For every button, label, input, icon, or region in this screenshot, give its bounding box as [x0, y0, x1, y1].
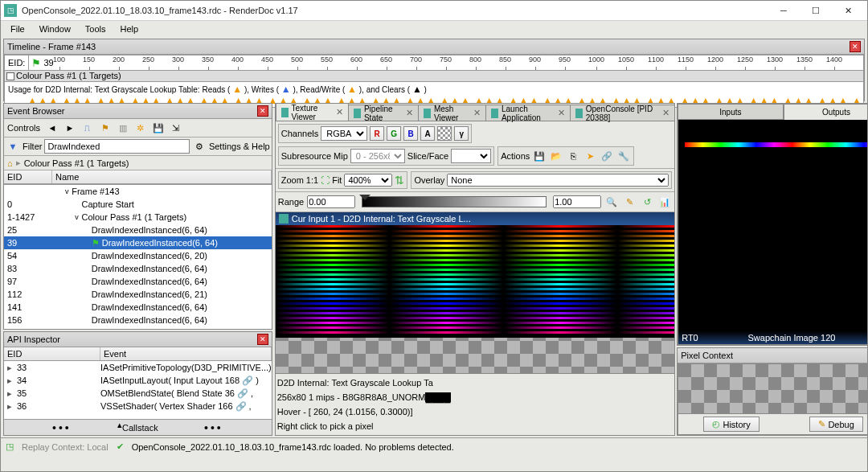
slice-select[interactable]	[451, 149, 491, 163]
reset-range-icon[interactable]: ↺	[640, 195, 654, 209]
title-bar: ◳ OpenConsole_2022.01.10_18.03.10_frame1…	[1, 1, 867, 21]
export-icon[interactable]: ⇲	[169, 121, 183, 135]
settings-help-label[interactable]: Settings & Help	[209, 142, 270, 151]
breadcrumb[interactable]: Colour Pass #1 (1 Targets)	[24, 158, 129, 168]
table-row[interactable]: 25 DrawIndexedInstanced(6, 64)	[4, 224, 272, 236]
histogram-icon[interactable]: 📊	[657, 195, 672, 209]
zoom-range-icon[interactable]: 🔍	[604, 195, 619, 209]
menu-help[interactable]: Help	[114, 23, 145, 35]
tab-pipeline-state[interactable]: Pipeline State✕	[348, 105, 419, 121]
save-icon[interactable]: 💾	[151, 121, 166, 135]
api-close-icon[interactable]: ✕	[257, 334, 268, 345]
range-max-input[interactable]	[553, 195, 601, 208]
copy-icon[interactable]: ⎘	[566, 149, 580, 163]
overlay-select[interactable]: None	[447, 174, 669, 187]
gear-icon[interactable]: ✲	[133, 121, 148, 135]
debug-button[interactable]: ✎Debug	[809, 417, 862, 432]
mip-label: Mip	[334, 151, 348, 161]
timeline-ruler[interactable]: EID: ⚑ 39 100150200250300350400450500550…	[4, 55, 864, 71]
timeline-icon[interactable]: ⎍	[80, 121, 95, 135]
event-browser-close-icon[interactable]: ✕	[257, 105, 268, 117]
swapchain-label: Swapchain Image 120	[698, 333, 868, 343]
slice-label: Slice/Face	[407, 151, 448, 161]
pixel-context-view[interactable]	[678, 363, 868, 414]
timeline-title: Timeline - Frame #143	[7, 42, 96, 51]
prev-icon[interactable]: ◄	[45, 121, 59, 135]
mip-select[interactable]: 0 - 256x80	[350, 149, 405, 163]
link-icon[interactable]: 🔗	[600, 149, 614, 163]
tab-openconsole-pid-[interactable]: OpenConsole [PID 20388]✕	[570, 105, 676, 121]
columns-icon[interactable]: ▥	[116, 121, 130, 135]
gamma-button[interactable]: γ	[454, 126, 469, 141]
next-icon[interactable]: ►	[63, 121, 77, 135]
pixel-context-title: Pixel Context	[681, 351, 733, 360]
zoom-label: Zoom	[281, 175, 304, 185]
texture-viewer: Texture Viewer✕Pipeline State✕Mesh Viewe…	[275, 103, 675, 436]
table-row[interactable]: ▸36VSSetShader( Vertex Shader 166 🔗 ,	[4, 400, 272, 412]
maximize-button[interactable]: ☐	[800, 2, 832, 20]
bookmark-icon[interactable]: ⚑	[98, 121, 113, 135]
table-row[interactable]: ▸33IASetPrimitiveTopology(D3D_PRIMITIVE.…	[4, 361, 272, 374]
table-row[interactable]: 0 Capture Start	[4, 198, 272, 211]
status-bar: ◳ Replay Context: Local ✔ OpenConsole_20…	[1, 437, 867, 455]
table-row[interactable]: 83 DrawIndexedInstanced(6, 64)	[4, 262, 272, 275]
menu-tools[interactable]: Tools	[79, 23, 113, 35]
table-row[interactable]: 97 DrawIndexedInstanced(6, 64)	[4, 275, 272, 288]
table-row[interactable]: 54 DrawIndexedInstanced(6, 20)	[4, 249, 272, 262]
history-button[interactable]: ◴History	[703, 417, 759, 432]
window-title: OpenConsole_2022.01.10_18.03.10_frame143…	[22, 6, 768, 15]
checker-icon[interactable]	[437, 126, 452, 141]
table-row[interactable]: 1-1427 vColour Pass #1 (1 Targets)	[4, 211, 272, 224]
menu-window[interactable]: Window	[33, 23, 77, 35]
menu-file[interactable]: File	[4, 23, 31, 35]
ok-icon: ✔	[117, 441, 124, 452]
flag-icon[interactable]: ⚑	[31, 57, 41, 69]
thumbnails-panel: Inputs Outputs RT0Swapchain Image 120	[677, 103, 868, 346]
channel-g-button[interactable]: G	[387, 126, 401, 141]
minimize-button[interactable]: ─	[768, 2, 800, 20]
tab-texture-viewer[interactable]: Texture Viewer✕	[276, 103, 349, 121]
tab-mesh-viewer[interactable]: Mesh Viewer✕	[418, 105, 486, 121]
api-table[interactable]: ▸33IASetPrimitiveTopology(D3D_PRIMITIVE.…	[4, 361, 272, 419]
table-row[interactable]: ▸35OMSetBlendState( Blend State 36 🔗 ,	[4, 387, 272, 400]
zoom-select[interactable]: 400%	[344, 174, 392, 187]
home-icon[interactable]: ⌂	[7, 158, 13, 168]
save-texture-icon[interactable]: 💾	[532, 149, 547, 163]
settings-icon[interactable]: ⚙	[192, 139, 207, 154]
filter-icon[interactable]: ▼	[6, 139, 20, 154]
zoom-fit-icon[interactable]: ⛶	[321, 175, 330, 185]
table-row[interactable]: vFrame #143	[4, 185, 272, 198]
channel-a-button[interactable]: A	[420, 126, 435, 141]
range-slider[interactable]	[362, 196, 547, 207]
thumb-area[interactable]: RT0Swapchain Image 120	[678, 120, 868, 345]
inputs-tab[interactable]: Inputs	[678, 104, 784, 120]
channel-r-button[interactable]: R	[370, 126, 384, 141]
goto-icon[interactable]: ➤	[583, 149, 597, 163]
timeline-close-icon[interactable]: ✕	[850, 41, 861, 52]
replay-label: Replay Context: Local	[22, 442, 108, 452]
channel-b-button[interactable]: B	[403, 126, 418, 141]
open-icon[interactable]: 📂	[549, 149, 563, 163]
channels-select[interactable]: RGBA	[321, 126, 367, 141]
table-row[interactable]: 170 DrawIndexedInstanced(6, 20)	[4, 326, 272, 329]
pixel-context-panel: Pixel Context✕ ◴History ✎Debug	[677, 347, 868, 436]
tree-header: EID Name	[4, 170, 272, 184]
table-row[interactable]: 39 ⚑DrawIndexedInstanced(6, 64)	[4, 236, 272, 249]
wrench-icon[interactable]: 🔧	[616, 149, 631, 163]
table-row[interactable]: ▸34IASetInputLayout( Input Layout 168 🔗 …	[4, 374, 272, 387]
filter-input[interactable]	[44, 139, 189, 154]
table-row[interactable]: 141 DrawIndexedInstanced(6, 64)	[4, 301, 272, 314]
wand-icon[interactable]: ✎	[622, 195, 637, 209]
zoom-11-button[interactable]: 1:1	[306, 175, 318, 185]
tab-launch-application[interactable]: Launch Application✕	[485, 105, 571, 121]
outputs-tab[interactable]: Outputs	[784, 104, 868, 120]
texture-view[interactable]	[276, 225, 674, 373]
timeline-pass[interactable]: Colour Pass #1 (1 Targets)	[4, 71, 864, 82]
range-min-input[interactable]	[307, 195, 355, 208]
event-tree[interactable]: vFrame #1430 Capture Start1-1427 vColour…	[4, 184, 272, 329]
close-button[interactable]: ✕	[832, 2, 864, 20]
flip-icon[interactable]: ⇅	[395, 174, 404, 187]
table-row[interactable]: 156 DrawIndexedInstanced(6, 64)	[4, 314, 272, 326]
callstack-bar[interactable]: ••• ▴ Callstack •••	[4, 419, 272, 435]
table-row[interactable]: 112 DrawIndexedInstanced(6, 21)	[4, 288, 272, 301]
